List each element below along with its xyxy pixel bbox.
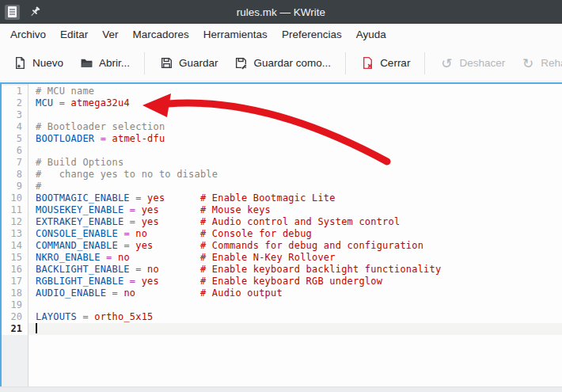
open-button[interactable]: Abrir...: [71, 51, 138, 75]
close-button[interactable]: Cerrar: [352, 51, 418, 75]
code-line[interactable]: # change yes to no to disable: [28, 169, 562, 181]
menu-archivo[interactable]: Archivo: [3, 26, 53, 43]
code-segment: # Audio control and System control: [200, 216, 400, 227]
toolbar-separator: [144, 52, 145, 74]
saveas-button[interactable]: Guardar como...: [226, 51, 340, 75]
new-button[interactable]: Nuevo: [5, 51, 71, 75]
code-segment: EXTRAKEY_ENABLE: [36, 216, 123, 227]
code-segment: [159, 204, 200, 215]
titlebar[interactable]: rules.mk — KWrite: [0, 0, 562, 24]
code-segment: COMMAND_ENABLE: [36, 240, 118, 251]
code-segment: # change yes to no to disable: [36, 169, 218, 180]
save-icon: [159, 56, 173, 70]
code-segment: [142, 192, 147, 204]
code-segment: yes: [142, 276, 159, 287]
code-line[interactable]: EXTRAKEY_ENABLE = yes # Audio control an…: [28, 216, 562, 228]
code-line[interactable]: NKRO_ENABLE = no # Enable N-Key Rollover: [28, 252, 562, 264]
code-segment: no: [135, 228, 147, 239]
line-number: 3: [2, 109, 28, 121]
code-line[interactable]: AUDIO_ENABLE = no # Audio output: [28, 287, 562, 299]
code-segment: [147, 228, 200, 239]
code-line[interactable]: COMMAND_ENABLE = yes # Commands for debu…: [28, 240, 562, 252]
menu-herramientas[interactable]: Herramientas: [196, 26, 275, 43]
code-line[interactable]: MCU = atmega32u4: [28, 97, 562, 109]
menu-ayuda[interactable]: Ayuda: [349, 26, 393, 43]
code-segment: [135, 287, 200, 299]
code-segment: =: [123, 240, 129, 251]
code-segment: # Enable keyboard backlight functionalit…: [200, 264, 441, 275]
code-segment: [106, 287, 112, 299]
code-segment: atmega32u4: [71, 97, 130, 108]
line-number: 17: [2, 276, 28, 287]
save-button[interactable]: Guardar: [151, 51, 226, 75]
code-segment: ortho_5x15: [94, 311, 153, 322]
line-number: 2: [2, 97, 28, 109]
editor-view[interactable]: 123456789101112131415161718192021 # MCU …: [0, 82, 562, 386]
code-line[interactable]: #: [28, 181, 562, 192]
menu-ver[interactable]: Ver: [95, 26, 125, 43]
undo-button[interactable]: ↺Deshacer: [431, 51, 513, 75]
code-line[interactable]: BOOTMAGIC_ENABLE = yes # Enable Bootmagi…: [28, 192, 562, 204]
code-line[interactable]: MOUSEKEY_ENABLE = yes # Mouse keys: [28, 204, 562, 216]
code-segment: [159, 264, 200, 275]
code-segment: # Enable N-Key Rollover: [200, 252, 336, 263]
code-line[interactable]: BACKLIGHT_ENABLE = no # Enable keyboard …: [28, 264, 562, 276]
code-line[interactable]: [28, 323, 562, 335]
code-segment: # Mouse keys: [200, 204, 271, 215]
code-segment: MOUSEKEY_ENABLE: [36, 204, 123, 215]
code-segment: AUDIO_ENABLE: [36, 287, 106, 299]
code-line[interactable]: RGBLIGHT_ENABLE = yes # Enable keyboard …: [28, 276, 562, 287]
code-segment: NKRO_ENABLE: [36, 252, 101, 263]
code-segment: BACKLIGHT_ENABLE: [36, 264, 130, 275]
line-number: 9: [2, 181, 28, 192]
toolbar-button-label: Guardar como...: [254, 57, 332, 69]
text-cursor: [36, 323, 37, 333]
line-number: 4: [2, 121, 28, 133]
toolbar-separator: [424, 52, 425, 74]
code-segment: [94, 133, 100, 144]
code-segment: # Commands for debug and configuration: [200, 240, 423, 251]
code-segment: # Enable keyboard RGB underglow: [200, 276, 382, 287]
code-segment: no: [118, 252, 130, 263]
pin-icon[interactable]: [28, 5, 42, 19]
code-line[interactable]: [28, 145, 562, 157]
code-line[interactable]: # Build Options: [28, 157, 562, 169]
line-number: 5: [2, 133, 28, 145]
code-line[interactable]: CONSOLE_ENABLE = no # Console for debug: [28, 228, 562, 240]
code-segment: # Audio output: [200, 287, 283, 299]
menu-editar[interactable]: Editar: [53, 26, 95, 43]
code-segment: [142, 264, 147, 275]
code-line[interactable]: LAYOUTS = ortho_5x15: [28, 311, 562, 323]
code-segment: [159, 216, 200, 227]
code-line[interactable]: # MCU name: [28, 86, 562, 97]
kwrite-app-icon: [5, 5, 20, 20]
line-number: 21: [2, 323, 28, 335]
toolbar-button-label: Guardar: [179, 57, 218, 69]
code-segment: [135, 204, 141, 215]
code-segment: #: [36, 181, 41, 192]
code-segment: [123, 276, 129, 287]
close-document-icon: [360, 56, 374, 70]
line-number: 13: [2, 228, 28, 240]
code-segment: # Build Options: [36, 157, 123, 168]
code-line[interactable]: [28, 299, 562, 311]
code-segment: [123, 216, 129, 227]
menubar: ArchivoEditarVerMarcadoresHerramientasPr…: [0, 24, 562, 45]
code-segment: =: [101, 133, 106, 144]
line-number: 11: [2, 204, 28, 216]
menu-preferencias[interactable]: Preferencias: [275, 26, 349, 43]
text-area[interactable]: # MCU nameMCU = atmega32u4# Bootloader s…: [28, 84, 562, 386]
code-segment: [53, 97, 59, 108]
code-segment: LAYOUTS: [36, 311, 77, 322]
code-segment: BOOTLOADER: [36, 133, 94, 144]
code-segment: # MCU name: [36, 86, 94, 97]
code-line[interactable]: [28, 109, 562, 121]
line-number: 12: [2, 216, 28, 228]
code-segment: # Enable Bootmagic Lite: [200, 192, 336, 204]
code-line[interactable]: BOOTLOADER = atmel-dfu: [28, 133, 562, 145]
code-segment: [130, 252, 200, 263]
menu-marcadores[interactable]: Marcadores: [126, 26, 196, 43]
code-segment: # Console for debug: [200, 228, 312, 239]
redo-button[interactable]: ↻Rehacer: [513, 51, 562, 75]
code-line[interactable]: # Bootloader selection: [28, 121, 562, 133]
